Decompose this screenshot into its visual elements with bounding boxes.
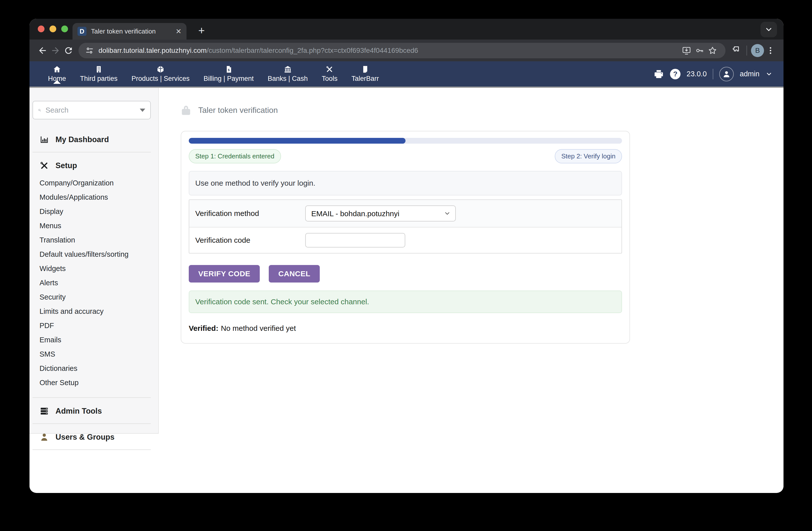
sidebar-divider: [32, 449, 151, 450]
sidebar-setup-link[interactable]: PDF: [29, 319, 158, 333]
verified-label: Verified:: [189, 324, 218, 332]
menu-banks-cash[interactable]: Banks | Cash: [261, 65, 315, 83]
toolbar-separator: [746, 45, 747, 56]
tab-strip: D Taler token verification ✕ +: [29, 19, 783, 40]
browser-profile-avatar[interactable]: B: [751, 44, 764, 57]
bookmark-star-icon[interactable]: [706, 44, 719, 57]
verified-status: Verified:No method verified yet: [189, 324, 622, 333]
code-label: Verification code: [195, 236, 305, 244]
dolibarr-top-menu: Home Third parties Products | Services $…: [29, 61, 783, 88]
site-info-icon[interactable]: [85, 46, 94, 55]
back-icon[interactable]: [36, 44, 49, 57]
sidebar-item-admin-tools[interactable]: Admin Tools: [29, 406, 158, 416]
reload-icon[interactable]: [62, 44, 75, 57]
close-window-button[interactable]: [38, 26, 44, 32]
top-menu-right: ? 23.0.0 admin: [653, 67, 783, 81]
sidebar-divider: [32, 423, 151, 424]
version-label: 23.0.0: [686, 70, 707, 78]
menu-tools[interactable]: Tools: [315, 65, 345, 83]
lock-icon: [181, 104, 191, 116]
sidebar-setup-link[interactable]: Dictionaries: [29, 361, 158, 376]
sidebar-setup-link[interactable]: Default values/filters/sorting: [29, 247, 158, 262]
browser-menu-icon[interactable]: [764, 44, 777, 57]
svg-text:$: $: [228, 68, 230, 72]
progress-fill: [189, 138, 406, 144]
sidebar-search[interactable]: [32, 101, 151, 120]
url-text[interactable]: dolibarr.tutorial.taler.potuzhnyi.com/cu…: [99, 46, 680, 55]
search-scope-caret-icon[interactable]: [140, 109, 145, 112]
sidebar-item-dashboard[interactable]: My Dashboard: [29, 135, 158, 144]
sidebar-divider: [32, 152, 151, 152]
new-tab-button[interactable]: +: [194, 24, 208, 38]
wizard-progress-bar: [189, 138, 622, 144]
active-menu-indicator: [53, 80, 61, 84]
search-icon: [38, 106, 41, 114]
nav-separator: [713, 69, 713, 79]
maximize-window-button[interactable]: [61, 26, 68, 32]
sidebar-setup-link[interactable]: Alerts: [29, 276, 158, 290]
step1-badge: Step 1: Credentials entered: [189, 149, 281, 164]
sidebar-item-users-groups[interactable]: Users & Groups: [29, 432, 158, 442]
step2-badge: Step 2: Verify login: [555, 149, 622, 164]
browser-toolbar: dolibarr.tutorial.taler.potuzhnyi.com/cu…: [29, 40, 783, 61]
sidebar-setup-link[interactable]: Company/Organization: [29, 176, 158, 190]
browser-window: D Taler token verification ✕ + dolibarr.…: [29, 19, 783, 493]
menu-home[interactable]: Home: [41, 65, 73, 83]
instruction-box: Use one method to verify your login.: [189, 171, 622, 195]
sidebar-setup-link[interactable]: Emails: [29, 333, 158, 347]
install-app-icon[interactable]: [680, 44, 693, 57]
verification-method-select[interactable]: EMAIL - bohdan.potuzhnyi: [305, 206, 456, 222]
setup-tools-icon: [40, 161, 49, 170]
address-bar[interactable]: dolibarr.tutorial.taler.potuzhnyi.com/cu…: [78, 43, 725, 58]
minimize-window-button[interactable]: [49, 26, 56, 32]
dashboard-chart-icon: [40, 135, 49, 144]
status-message: Verification code sent. Check your selec…: [189, 291, 622, 313]
sidebar-setup-link[interactable]: Translation: [29, 233, 158, 247]
sidebar-setup-link[interactable]: Other Setup: [29, 376, 158, 390]
verification-card: Step 1: Credentials entered Step 2: Veri…: [181, 131, 630, 344]
search-input[interactable]: [45, 106, 140, 114]
admin-server-icon: [40, 406, 49, 416]
sidebar-setup-link[interactable]: Modules/Applications: [29, 190, 158, 205]
setup-links: Company/OrganizationModules/Applications…: [29, 176, 158, 390]
verified-value: No method verified yet: [221, 324, 296, 332]
user-avatar-icon[interactable]: [719, 67, 734, 81]
code-row: Verification code: [189, 227, 622, 253]
method-label: Verification method: [195, 209, 305, 218]
menu-talerbarr[interactable]: TalerBarr: [345, 65, 386, 83]
menu-products-services[interactable]: Products | Services: [125, 65, 197, 83]
window-controls: [38, 26, 68, 32]
menu-billing-payment[interactable]: $ Billing | Payment: [197, 65, 261, 83]
extensions-puzzle-icon[interactable]: [729, 44, 742, 57]
sidebar-setup-link[interactable]: SMS: [29, 347, 158, 361]
top-menu-items: Home Third parties Products | Services $…: [29, 65, 386, 83]
tab-title: Taler token verification: [91, 28, 172, 35]
tab-search-chevron-icon[interactable]: [760, 22, 777, 37]
cancel-button[interactable]: CANCEL: [269, 265, 320, 282]
user-menu[interactable]: admin: [740, 70, 759, 78]
verify-code-button[interactable]: VERIFY CODE: [189, 265, 260, 282]
sidebar-setup-link[interactable]: Limits and accuracy: [29, 304, 158, 319]
left-sidebar: My Dashboard Setup Company/OrganizationM…: [29, 88, 159, 434]
method-row: Verification method EMAIL - bohdan.potuz…: [189, 200, 622, 227]
verification-code-input[interactable]: [305, 233, 405, 248]
main-content: Taler token verification Step 1: Credent…: [159, 88, 783, 344]
sidebar-divider: [32, 397, 151, 398]
users-person-icon: [40, 432, 49, 442]
sidebar-item-setup[interactable]: Setup: [29, 161, 158, 170]
print-icon[interactable]: [653, 69, 664, 79]
forward-icon[interactable]: [49, 44, 62, 57]
dolibarr-favicon-icon: D: [77, 27, 87, 36]
menu-third-parties[interactable]: Third parties: [73, 65, 125, 83]
help-icon[interactable]: ?: [670, 69, 681, 79]
sidebar-setup-link[interactable]: Display: [29, 205, 158, 219]
user-menu-chevron-icon[interactable]: [766, 71, 772, 78]
sidebar-setup-link[interactable]: Widgets: [29, 262, 158, 276]
verification-form: Verification method EMAIL - bohdan.potuz…: [189, 199, 622, 253]
tab-close-icon[interactable]: ✕: [176, 27, 182, 36]
password-key-icon[interactable]: [693, 44, 706, 57]
browser-tab[interactable]: D Taler token verification ✕: [72, 23, 187, 40]
sidebar-setup-link[interactable]: Security: [29, 290, 158, 304]
sidebar-setup-link[interactable]: Menus: [29, 219, 158, 233]
page-title: Taler token verification: [198, 106, 278, 115]
